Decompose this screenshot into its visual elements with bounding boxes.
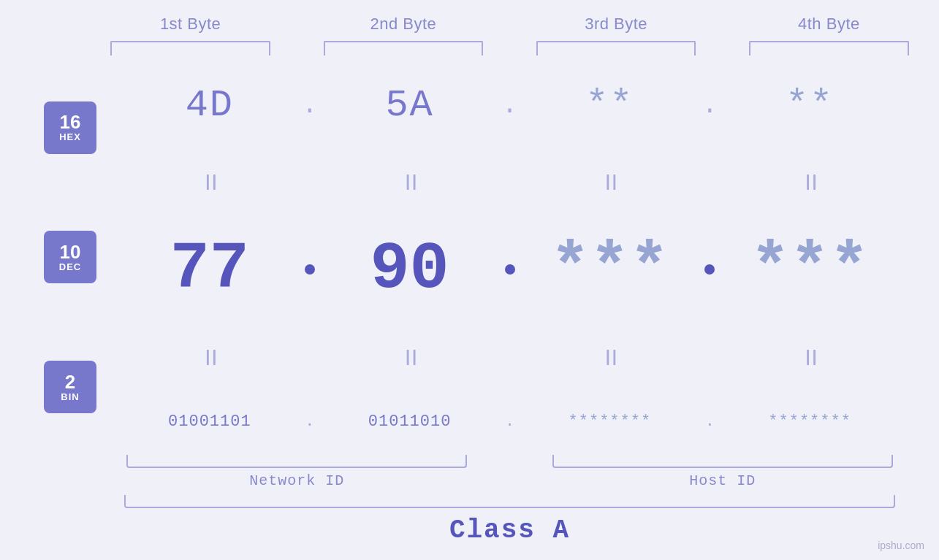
dec-sep-1 [295, 264, 324, 275]
eq-cell-1d: || [724, 170, 895, 194]
network-id-label-cell: Network ID [84, 472, 510, 489]
byte-label-4: 4th Byte [723, 15, 935, 34]
large-bracket [124, 495, 895, 508]
dec-cell-1: 77 [124, 237, 295, 302]
host-id-label: Host ID [689, 472, 756, 489]
bin-dot-2: . [505, 413, 514, 431]
hex-value-1: 4D [186, 84, 234, 127]
hex-value-3: ** [585, 84, 634, 127]
dec-dot-2 [505, 264, 515, 275]
dec-cell-2: 90 [324, 237, 495, 302]
bin-sep-1: . [295, 413, 324, 431]
watermark: ipshu.com [878, 540, 924, 551]
hex-value-4: ** [786, 84, 834, 127]
byte-label-1: 1st Byte [84, 15, 297, 34]
bin-dot-1: . [305, 413, 314, 431]
eq-sign-2b: || [403, 348, 416, 367]
top-bracket-row [84, 41, 935, 55]
hex-name: HEX [59, 131, 81, 142]
hex-dot-3: . [702, 91, 718, 120]
dec-sep-3 [695, 264, 724, 275]
dec-value-3: *** [550, 237, 669, 302]
hex-data-row: 4D . 5A . ** . ** [124, 84, 895, 127]
bottom-brackets-row [84, 455, 935, 468]
eq-cell-2d: || [724, 345, 895, 369]
eq-sep-2c [695, 345, 724, 369]
bin-sep-3: . [695, 413, 724, 431]
eq-cell-2b: || [324, 345, 495, 369]
bracket-cell-4 [723, 41, 935, 55]
dec-value-4: *** [750, 237, 869, 302]
eq-cell-2a: || [124, 345, 295, 369]
dec-sep-2 [495, 264, 525, 275]
class-label-row: Class A [84, 515, 935, 553]
eq-row-2: || || || || [124, 345, 895, 369]
bin-cell-4: ******** [724, 413, 895, 431]
hex-sep-2: . [495, 91, 525, 120]
byte-labels-row: 1st Byte 2nd Byte 3rd Byte 4th Byte [84, 15, 935, 34]
bin-dot-3: . [705, 413, 715, 431]
hex-badge: 16 HEX [44, 101, 96, 154]
bin-number: 2 [65, 372, 75, 391]
top-bracket-3 [536, 41, 696, 55]
eq-sign-1a: || [203, 173, 216, 191]
hex-number: 16 [60, 112, 81, 131]
eq-row-1: || || || || [124, 170, 895, 194]
dec-cell-3: *** [525, 237, 696, 302]
eq-cell-2c: || [525, 345, 696, 369]
eq-cell-1b: || [324, 170, 495, 194]
bin-sep-2: . [495, 413, 525, 431]
dec-data-row: 77 90 *** *** [124, 237, 895, 302]
hex-cell-4: ** [724, 84, 895, 127]
eq-sep-1b [495, 170, 525, 194]
network-id-label: Network ID [249, 472, 344, 489]
eq-sign-2d: || [803, 348, 816, 367]
eq-cell-1a: || [124, 170, 295, 194]
eq-sep-1a [295, 170, 324, 194]
bin-value-2: 01011010 [368, 413, 452, 431]
large-bracket-row [124, 495, 895, 508]
dec-value-2: 90 [370, 237, 449, 302]
bin-name: BIN [61, 391, 79, 402]
eq-sign-2a: || [203, 348, 216, 367]
hex-sep-3: . [695, 91, 724, 120]
top-bracket-4 [749, 41, 908, 55]
hex-cell-3: ** [525, 84, 696, 127]
content-area: 16 HEX 10 DEC 2 BIN 4D . [44, 63, 895, 452]
top-bracket-1 [110, 41, 270, 55]
bin-value-3: ******** [569, 413, 652, 431]
main-container: 1st Byte 2nd Byte 3rd Byte 4th Byte 16 H… [0, 0, 939, 560]
bin-cell-1: 01001101 [124, 413, 295, 431]
hex-value-2: 5A [385, 84, 433, 127]
id-labels-row: Network ID Host ID [84, 472, 935, 489]
network-bracket [126, 455, 467, 468]
bracket-cell-2 [297, 41, 509, 55]
rows-grid: 4D . 5A . ** . ** [124, 63, 895, 452]
bin-value-4: ******** [768, 413, 851, 431]
bin-badge: 2 BIN [44, 361, 96, 413]
top-bracket-2 [324, 41, 483, 55]
eq-sep-2a [295, 345, 324, 369]
eq-sign-2c: || [603, 348, 616, 367]
dec-cell-4: *** [724, 237, 895, 302]
hex-sep-1: . [295, 91, 324, 120]
eq-sep-1c [695, 170, 724, 194]
dec-badge: 10 DEC [44, 231, 96, 283]
host-bracket [552, 455, 893, 468]
eq-sign-1d: || [803, 173, 816, 191]
eq-sep-2b [495, 345, 525, 369]
bracket-cell-1 [84, 41, 297, 55]
base-labels-column: 16 HEX 10 DEC 2 BIN [44, 63, 124, 452]
hex-cell-1: 4D [124, 84, 295, 127]
hex-dot-2: . [502, 91, 518, 120]
eq-cell-1c: || [525, 170, 696, 194]
eq-sign-1b: || [403, 173, 416, 191]
bin-cell-3: ******** [525, 413, 696, 431]
network-bracket-cell [84, 455, 510, 468]
host-id-label-cell: Host ID [510, 472, 936, 489]
host-bracket-cell [510, 455, 936, 468]
dec-name: DEC [59, 261, 81, 272]
dec-value-1: 77 [170, 237, 249, 302]
dec-number: 10 [60, 242, 81, 261]
hex-dot-1: . [302, 91, 318, 120]
